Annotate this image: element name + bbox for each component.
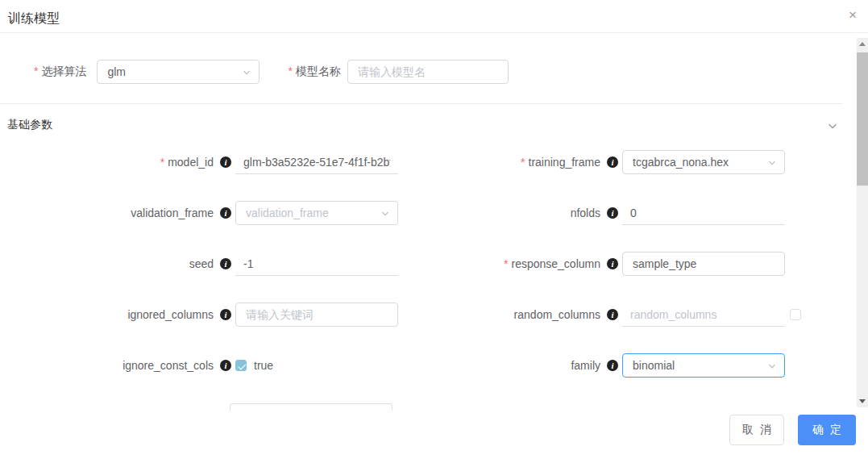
partial-next-input[interactable] <box>230 403 392 411</box>
chevron-down-icon <box>242 68 251 77</box>
algorithm-select[interactable]: glm <box>97 60 260 84</box>
ignored-columns-input[interactable] <box>235 303 398 327</box>
scrollbar-track[interactable] <box>857 38 868 407</box>
field-validation-frame: validation_frame validation_frame <box>0 201 434 225</box>
form-row: ignore_const_cols true family binomial <box>0 353 857 378</box>
form-row: ignored_columns random_columns <box>0 303 857 327</box>
info-icon[interactable] <box>607 207 618 219</box>
field-ignored-columns: ignored_columns <box>0 303 434 327</box>
model-name-input[interactable] <box>347 60 509 84</box>
scrollbar-thumb[interactable] <box>857 52 868 186</box>
scrollbar-up-arrow-icon[interactable] <box>859 42 866 46</box>
field-nfolds: nfolds <box>434 201 857 225</box>
field-family: family binomial <box>434 353 857 378</box>
model-id-input[interactable] <box>235 151 398 174</box>
response-column-input[interactable] <box>622 252 785 276</box>
chevron-down-icon <box>767 361 777 371</box>
field-response-column: *response_column <box>434 252 857 276</box>
checkbox-value-text: true <box>254 359 273 372</box>
field-training-frame: *training_frame tcgabrca_nona.hex <box>434 150 857 174</box>
ignore-const-cols-checkbox[interactable] <box>235 360 247 371</box>
chevron-down-icon <box>767 158 777 168</box>
random-columns-checkbox[interactable] <box>790 309 801 320</box>
family-select[interactable]: binomial <box>622 353 785 378</box>
form-row: *model_id *training_frame tcgabrca_nona.… <box>0 150 857 174</box>
section-collapse-chevron-icon[interactable] <box>827 120 838 131</box>
algorithm-label: *选择算法 <box>34 65 86 79</box>
info-icon[interactable] <box>607 360 618 371</box>
scrollbar-down-arrow-icon[interactable] <box>859 399 866 403</box>
model-name-label: *模型名称 <box>288 65 340 79</box>
chevron-down-icon <box>380 209 390 219</box>
nfolds-input[interactable] <box>622 202 785 225</box>
info-icon[interactable] <box>607 156 618 168</box>
validation-frame-select[interactable]: validation_frame <box>235 201 398 225</box>
close-icon[interactable]: × <box>849 8 857 22</box>
field-seed: seed <box>0 252 434 276</box>
field-random-columns: random_columns <box>434 303 857 327</box>
info-icon[interactable] <box>220 258 231 269</box>
cancel-button[interactable]: 取消 <box>729 415 784 445</box>
info-icon[interactable] <box>220 156 231 168</box>
training-frame-select[interactable]: tcgabrca_nona.hex <box>622 150 785 174</box>
confirm-button[interactable]: 确定 <box>798 415 856 445</box>
info-icon[interactable] <box>220 207 231 219</box>
dialog-title: 训练模型 <box>8 10 60 27</box>
train-model-dialog: 训练模型 × *选择算法 glm *模型名称 基础参数 *model_id *t… <box>0 0 868 459</box>
random-columns-input[interactable] <box>622 303 785 327</box>
header-divider <box>0 32 868 33</box>
seed-input[interactable] <box>235 252 398 276</box>
field-model-id: *model_id <box>0 150 434 174</box>
top-form-row: *选择算法 glm *模型名称 <box>34 60 509 84</box>
info-icon[interactable] <box>220 360 231 371</box>
form-row: validation_frame validation_frame nfolds <box>0 201 857 225</box>
field-ignore-const-cols: ignore_const_cols true <box>0 353 434 378</box>
form-row: seed *response_column <box>0 252 857 276</box>
section-divider <box>0 103 842 104</box>
info-icon[interactable] <box>220 309 231 320</box>
info-icon[interactable] <box>607 309 618 320</box>
section-title: 基础参数 <box>7 118 52 132</box>
info-icon[interactable] <box>607 258 618 269</box>
